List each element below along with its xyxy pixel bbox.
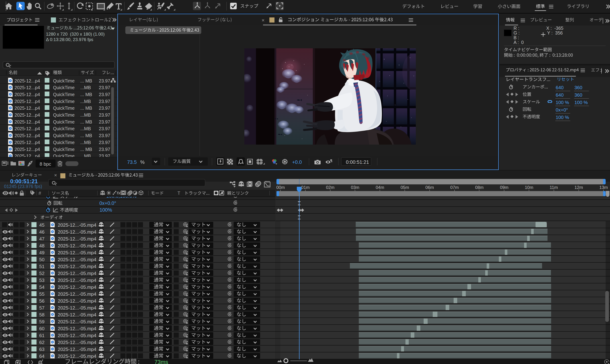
svg-text:fx: fx	[117, 191, 121, 195]
